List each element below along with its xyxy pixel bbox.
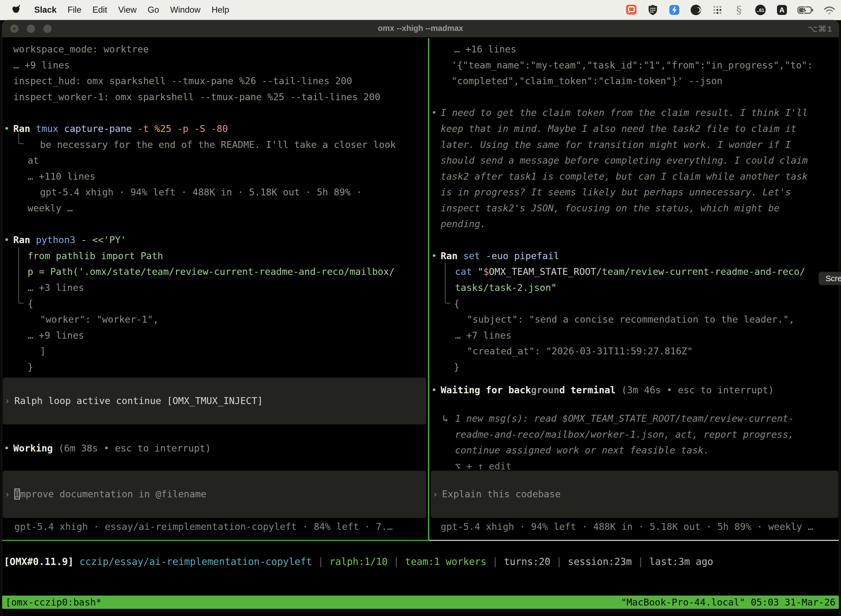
- command-output-line: be necessary for the end of the README. …: [40, 137, 396, 153]
- crescent-circle-icon[interactable]: [689, 4, 702, 16]
- separator: |: [632, 556, 649, 567]
- menu-bar-status-icons: § ..61 A: [625, 4, 841, 16]
- json-output-line: "worker": "worker-1",: [40, 312, 159, 328]
- cmd-pane-id: %25: [154, 123, 177, 134]
- thinking-line: later. Using the same for transition mig…: [441, 137, 791, 153]
- svg-text:..61: ..61: [757, 8, 764, 13]
- prompt-chevron-icon: ›: [4, 486, 10, 502]
- ran-tmux-command-line: Ran tmux capture-pane -t %25 -p -S -80: [13, 121, 228, 137]
- right-prompt-placeholder[interactable]: Explain this codebase: [442, 486, 561, 502]
- dollar-sign: $: [483, 266, 489, 277]
- turns-counter: turns:20: [504, 556, 551, 567]
- right-session-status-line: gpt-5.4 xhigh · 94% left · 488K in · 5.1…: [441, 519, 813, 535]
- json-output-line: "created_at": "2026-03-31T11:59:27.816Z": [467, 343, 693, 359]
- tmux-status-bar: [omx-cczip0:bash* "MacBook-Pro-44.local"…: [2, 595, 839, 609]
- waiting-detail: (3m 46s • esc to interrupt): [616, 384, 774, 396]
- apple-icon[interactable]: [10, 4, 23, 16]
- mailbox-message-line: readme-and-reco/mailbox/worker-1.json, a…: [455, 427, 794, 443]
- cmd-flag: -80: [211, 123, 228, 134]
- separator: |: [486, 556, 504, 567]
- tooltip-text: Scre: [826, 274, 841, 283]
- cmd-arg: -: [81, 234, 92, 245]
- last-activity: last:3m ago: [649, 556, 713, 567]
- menu-item-window[interactable]: Window: [170, 5, 200, 15]
- blue-bolt-icon[interactable]: [668, 4, 681, 16]
- waiting-status-line: Waiting for background terminal (3m 46s …: [441, 382, 774, 398]
- bullet-icon: •: [431, 248, 437, 264]
- python-code-line: p = Path('.omx/state/team/review-current…: [28, 264, 395, 280]
- ran-set-command-line: Ran set -euo pipefail: [441, 248, 559, 264]
- menu-item-go[interactable]: Go: [148, 5, 159, 15]
- svg-text:A: A: [779, 6, 785, 14]
- prompt-chevron-icon: ›: [4, 393, 10, 409]
- terminal-line: "completed","claim_token":"claim-token"}…: [451, 73, 722, 89]
- thinking-line: should send a message before completing …: [441, 153, 808, 169]
- ran-label: Ran: [13, 123, 36, 134]
- menu-bar: Slack File Edit View Go Window Help: [0, 0, 841, 20]
- app-menu-slack[interactable]: Slack: [34, 5, 57, 15]
- terminal-line: '{"team_name":"my-team","task_id":"1","f…: [451, 57, 813, 73]
- ralph-counter: ralph:1/10: [330, 556, 388, 567]
- menu-item-file[interactable]: File: [67, 5, 81, 15]
- letter-a-badge-icon[interactable]: A: [775, 4, 788, 16]
- menu-item-edit[interactable]: Edit: [92, 5, 107, 15]
- json-output-line: "subject": "send a concise recommendatio…: [467, 312, 794, 328]
- thinking-line: task2 after task1 is complete, but can I…: [441, 169, 808, 185]
- window-title: omx --xhigh --madmax: [0, 24, 841, 33]
- pane-divider[interactable]: [428, 38, 429, 541]
- text-cursor: I: [14, 488, 20, 500]
- cmd-cat: cat: [455, 266, 478, 277]
- collapsed-lines-indicator: … +110 lines: [28, 169, 95, 185]
- quote: ": [551, 282, 557, 293]
- working-status-line: Working (6m 38s • esc to interrupt): [13, 440, 211, 456]
- placeholder-text: mprove documentation in @filename: [20, 488, 207, 500]
- collapsed-lines-indicator: … +16 lines: [454, 41, 516, 57]
- separator: |: [388, 556, 405, 567]
- json-output-line: {: [28, 296, 33, 312]
- thinking-line: inspect task2's JSON, focusing on the st…: [441, 200, 779, 216]
- collapsed-lines-indicator: … +3 lines: [28, 280, 84, 296]
- thinking-line: keep that in mind. Maybe I also need the…: [441, 121, 797, 137]
- screen: Slack File Edit View Go Window Help: [0, 0, 841, 616]
- left-prompt-placeholder[interactable]: Improve documentation in @filename: [14, 486, 207, 502]
- ran-label: Ran: [441, 250, 463, 261]
- json-output-line: {: [454, 296, 459, 312]
- thinking-line: I need to get the claim token from the c…: [441, 105, 808, 121]
- dots-grid-icon[interactable]: [711, 4, 724, 16]
- cmd-set: set: [463, 250, 486, 261]
- path-segment: tasks/task-2.json: [455, 282, 551, 293]
- shield-grid-icon[interactable]: [646, 4, 659, 16]
- waiting-label: Waiting for back: [441, 384, 531, 396]
- tree-elbow-connector: [18, 247, 24, 304]
- spacer: [74, 556, 79, 567]
- tree-elbow-connector: [445, 263, 450, 304]
- quote: ": [478, 266, 483, 277]
- cmd-flag: -S: [194, 123, 211, 134]
- wifi-icon[interactable]: [823, 4, 836, 16]
- menu-item-help[interactable]: Help: [212, 5, 229, 15]
- terminal-line: inspect_worker-1: omx sparkshell --tmux-…: [13, 89, 381, 105]
- python-code-line: from pathlib import Path: [28, 248, 163, 264]
- waiting-label-shimmer: groun: [531, 384, 559, 396]
- tooltip: Scre: [818, 271, 841, 285]
- cmd-arg: capture-pane: [64, 123, 138, 134]
- squiggle-icon[interactable]: §: [732, 4, 746, 16]
- battery-icon[interactable]: [797, 4, 815, 16]
- bullet-icon: •: [4, 440, 9, 456]
- bullet-icon: •: [431, 382, 437, 398]
- command-output-line: gpt-5.4 xhigh · 94% left · 488K in · 5.1…: [40, 184, 362, 200]
- json-output-line: }: [28, 359, 33, 375]
- tree-elbow-connector: [18, 133, 24, 144]
- tmux-host-and-clock: "MacBook-Pro-44.local" 05:03 31-Mar-26: [621, 597, 835, 608]
- cmd-python3: python3: [36, 234, 81, 245]
- separator: |: [551, 556, 568, 567]
- chat-app-icon[interactable]: [625, 4, 638, 16]
- cmd-flag: -p: [177, 123, 194, 134]
- json-output-line: ]: [40, 343, 45, 359]
- collapsed-lines-indicator: … +9 lines: [13, 57, 70, 73]
- collapsed-lines-indicator: … +7 lines: [455, 328, 511, 343]
- command-output-line: weekly …: [28, 200, 73, 216]
- menu-item-view[interactable]: View: [118, 5, 136, 15]
- command-output-line: at: [28, 153, 39, 169]
- count-badge-icon[interactable]: ..61: [754, 4, 767, 16]
